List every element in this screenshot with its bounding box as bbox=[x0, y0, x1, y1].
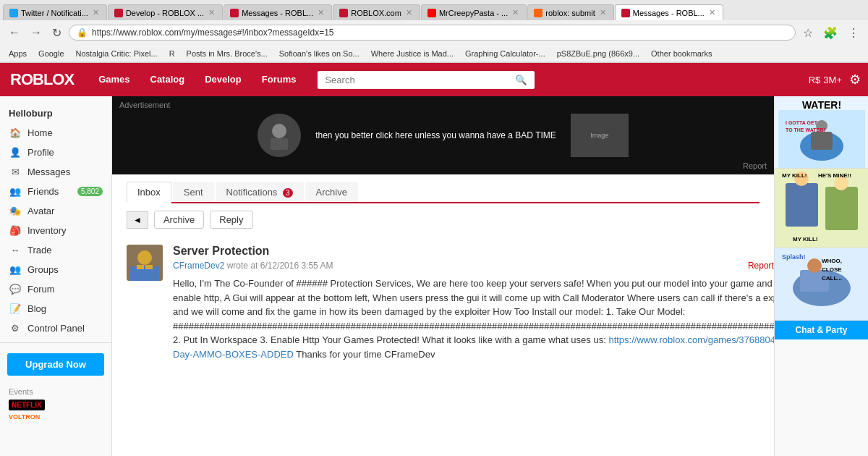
tab-close-5[interactable]: ✕ bbox=[511, 8, 520, 17]
tab-notifications[interactable]: Notifications 3 bbox=[216, 182, 304, 202]
report-ad-button[interactable]: Report bbox=[743, 161, 767, 170]
svg-rect-9 bbox=[811, 132, 833, 150]
menu-button[interactable]: ⋮ bbox=[845, 25, 862, 41]
svg-text:WHOO,: WHOO, bbox=[822, 258, 842, 264]
tab-close-6[interactable]: ✕ bbox=[598, 8, 608, 17]
message-title: Server Protection bbox=[173, 245, 774, 258]
report-abuse-link[interactable]: Report Abuse bbox=[748, 261, 774, 271]
robux-amount: 3M+ bbox=[823, 75, 842, 85]
advertisement-label: Advertisement bbox=[112, 99, 774, 111]
bookmark-r[interactable]: R bbox=[166, 48, 178, 59]
tab-6[interactable]: roblox: submit ✕ bbox=[527, 4, 613, 20]
comic-strip: WATER! I GOTTA GET TO THE WATER! bbox=[775, 96, 868, 321]
bookmark-png[interactable]: pS8ZBuE.png (866x9... bbox=[554, 48, 642, 59]
tab-4[interactable]: ROBLOX.com ✕ bbox=[333, 4, 420, 20]
nav-games[interactable]: Games bbox=[88, 63, 140, 96]
nav-catalog[interactable]: Catalog bbox=[140, 63, 195, 96]
sidebar-item-avatar[interactable]: 🎭 Avatar bbox=[0, 201, 111, 221]
forum-icon: 💬 bbox=[9, 284, 22, 295]
friends-icon: 👥 bbox=[9, 186, 22, 197]
action-bar: ◄ Archive Reply bbox=[127, 211, 760, 229]
tab-close-4[interactable]: ✕ bbox=[404, 8, 414, 17]
sidebar-item-inventory[interactable]: 🎒 Inventory bbox=[0, 221, 111, 240]
ad-text: then you better click here unless you wa… bbox=[315, 130, 556, 140]
svg-rect-4 bbox=[130, 266, 159, 281]
svg-text:CLOSE: CLOSE bbox=[822, 266, 842, 273]
message-body: Server Protection CFrameDev2 wrote at 6/… bbox=[173, 245, 774, 361]
message-card: Server Protection CFrameDev2 wrote at 6/… bbox=[127, 237, 760, 368]
tab-3[interactable]: Messages - ROBL... ✕ bbox=[224, 4, 332, 20]
tab-7[interactable]: Messages - ROBL... ✕ bbox=[615, 4, 723, 20]
game-link[interactable]: https://www.roblox.com/games/37688049/D-… bbox=[173, 334, 774, 360]
extensions-button[interactable]: 🧩 bbox=[820, 25, 841, 41]
main-layout: Helloburp 🏠 Home 👤 Profile ✉ Messages 👥 … bbox=[0, 96, 868, 456]
search-button[interactable]: 🔍 bbox=[508, 71, 535, 89]
comic-panel-1: WATER! I GOTTA GET TO THE WATER! bbox=[775, 96, 868, 169]
tab-close-2[interactable]: ✕ bbox=[207, 8, 216, 17]
sidebar-item-home[interactable]: 🏠 Home bbox=[0, 123, 111, 143]
home-icon: 🏠 bbox=[9, 127, 22, 138]
bookmark-button[interactable]: ☆ bbox=[800, 25, 816, 41]
voltron-label: VOLTRON bbox=[9, 413, 103, 421]
comic-panel-2: MY KILL! HE'S MINE!! MY KILL! bbox=[775, 169, 868, 248]
tab-archive[interactable]: Archive bbox=[305, 182, 358, 202]
bookmark-other[interactable]: Other bookmarks bbox=[648, 48, 715, 59]
ad-content: then you better click here unless you wa… bbox=[112, 111, 774, 160]
tab-1[interactable]: Twitter / Notificati... ✕ bbox=[3, 4, 107, 20]
sidebar-item-friends[interactable]: 👥 Friends 5,802 bbox=[0, 182, 111, 201]
tab-close-3[interactable]: ✕ bbox=[316, 8, 326, 17]
sidebar-item-blog[interactable]: 📝 Blog bbox=[0, 299, 111, 318]
address-bar[interactable]: 🔒 https://www.roblox.com/my/messages#!/i… bbox=[69, 25, 796, 41]
bookmark-posts[interactable]: Posts in Mrs. Broce's... bbox=[184, 48, 271, 59]
message-container: Inbox Sent Notifications 3 Archive ◄ Arc… bbox=[112, 174, 774, 376]
sidebar-item-trade[interactable]: ↔ Trade bbox=[0, 240, 111, 260]
svg-point-24 bbox=[807, 258, 822, 273]
trade-icon: ↔ bbox=[9, 245, 22, 256]
svg-rect-6 bbox=[145, 265, 153, 269]
blog-icon: 📝 bbox=[9, 303, 22, 314]
back-button[interactable]: ← bbox=[6, 25, 23, 41]
reply-button[interactable]: Reply bbox=[210, 211, 252, 229]
tab-sent[interactable]: Sent bbox=[173, 182, 214, 202]
sender-link[interactable]: CFrameDev2 bbox=[173, 261, 224, 271]
avatar-icon: 🎭 bbox=[9, 206, 22, 216]
tab-close-7[interactable]: ✕ bbox=[707, 8, 717, 17]
prev-message-button[interactable]: ◄ bbox=[127, 211, 148, 229]
robux-display: R$ 3M+ bbox=[809, 75, 842, 85]
bookmark-google[interactable]: Google bbox=[35, 48, 67, 59]
nav-forums[interactable]: Forums bbox=[252, 63, 307, 96]
settings-icon[interactable]: ⚙ bbox=[849, 72, 861, 88]
tab-bar: Twitter / Notificati... ✕ Develop - ROBL… bbox=[0, 0, 868, 20]
nav-bar: ← → ↻ 🔒 https://www.roblox.com/my/messag… bbox=[0, 20, 868, 45]
tab-close-1[interactable]: ✕ bbox=[91, 8, 101, 17]
upgrade-button[interactable]: Upgrade Now bbox=[7, 353, 104, 376]
sidebar-item-groups[interactable]: 👥 Groups bbox=[0, 260, 111, 279]
bookmark-sofioan[interactable]: Sofioan's likes on So... bbox=[276, 48, 362, 59]
comic-panel-1-title: WATER! bbox=[802, 99, 841, 111]
archive-button[interactable]: Archive bbox=[154, 211, 204, 229]
bookmark-graphing[interactable]: Graphing Calculator-... bbox=[462, 48, 548, 59]
bookmark-nostalgia[interactable]: Nostalgia Critic: Pixel... bbox=[73, 48, 161, 59]
tab-5[interactable]: MrCreepyPasta - ... ✕ bbox=[421, 4, 527, 20]
sidebar-item-control-panel[interactable]: ⚙ Control Panel bbox=[0, 318, 111, 338]
bookmark-justice[interactable]: Where Justice is Mad... bbox=[368, 48, 456, 59]
nav-develop[interactable]: Develop bbox=[195, 63, 252, 96]
svg-rect-1 bbox=[271, 138, 288, 150]
messages-icon: ✉ bbox=[9, 166, 22, 177]
chat-party-bar[interactable]: Chat & Party bbox=[775, 321, 868, 339]
sidebar-item-forum[interactable]: 💬 Forum bbox=[0, 279, 111, 299]
svg-text:TO THE WATER!: TO THE WATER! bbox=[786, 127, 825, 132]
roblox-logo[interactable]: ROBLOX bbox=[7, 69, 77, 90]
site-header: ROBLOX Games Catalog Develop Forums 🔍 R$… bbox=[0, 63, 868, 96]
tab-2[interactable]: Develop - ROBLOX ... ✕ bbox=[108, 4, 223, 20]
refresh-button[interactable]: ↻ bbox=[49, 25, 64, 41]
sidebar-item-messages[interactable]: ✉ Messages bbox=[0, 162, 111, 182]
ad-banner: Advertisement then you better click here… bbox=[112, 96, 774, 174]
sidebar-item-profile[interactable]: 👤 Profile bbox=[0, 143, 111, 162]
tab-inbox[interactable]: Inbox bbox=[127, 182, 171, 203]
bookmark-apps[interactable]: Apps bbox=[6, 48, 30, 59]
search-input[interactable] bbox=[318, 71, 508, 89]
message-tabs: Inbox Sent Notifications 3 Archive bbox=[127, 182, 760, 203]
ad-footer: Report bbox=[112, 160, 774, 172]
forward-button[interactable]: → bbox=[27, 25, 45, 41]
